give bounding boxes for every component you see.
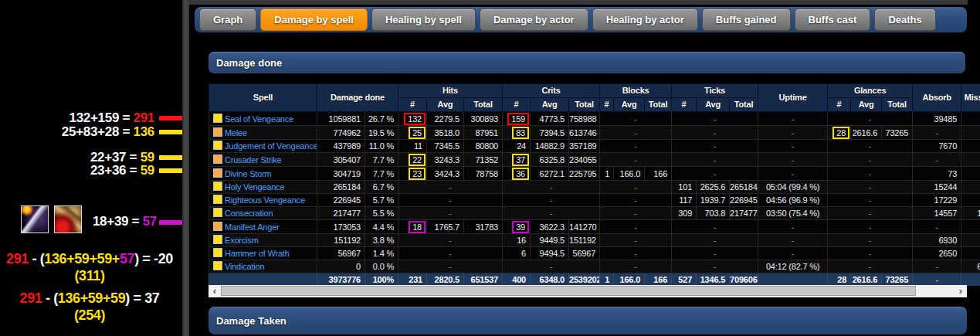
tab-damage-by-spell[interactable]: Damage by spell bbox=[260, 8, 368, 31]
highlight-box-magenta: 18 bbox=[409, 221, 426, 233]
cell-count: 1 bbox=[600, 273, 614, 286]
cell-absorb: - bbox=[913, 220, 961, 234]
column-header-damage-done: Damage done bbox=[317, 84, 398, 112]
spell-link[interactable]: Seal of Vengeance bbox=[225, 114, 293, 124]
spell-color-icon bbox=[213, 208, 222, 217]
cell-group-empty: - bbox=[828, 153, 913, 167]
cell-total: 78758 bbox=[464, 167, 503, 181]
spell-link[interactable]: Vindication bbox=[225, 262, 264, 271]
cell-count: 24 bbox=[503, 140, 531, 153]
cell-spell: Holy Vengeance bbox=[209, 181, 317, 194]
tab-buffs-gained[interactable]: Buffs gained bbox=[702, 8, 791, 31]
cell-spell: Divine Storm bbox=[209, 167, 317, 181]
cell-count: 28 bbox=[828, 126, 851, 140]
cell-count: 132 bbox=[398, 112, 427, 126]
cell-percent: 5.5 % bbox=[365, 207, 398, 220]
subcolumn-total: Total bbox=[730, 98, 758, 112]
spell-link[interactable]: Manifest Anger bbox=[225, 222, 280, 232]
cell-group-empty: - bbox=[828, 181, 913, 194]
column-group-glances: Glances bbox=[828, 84, 913, 98]
cell-group-empty: - bbox=[672, 112, 758, 126]
scroll-left-button[interactable]: ‹ bbox=[209, 285, 221, 297]
cell-avg: 3622.3 bbox=[531, 220, 569, 234]
cell-group-empty: - bbox=[672, 234, 758, 247]
tab-damage-by-actor[interactable]: Damage by actor bbox=[480, 8, 588, 31]
table-row: Seal of Vengeance105988126.7 %1322279.53… bbox=[209, 112, 980, 126]
annotation-text: - ( bbox=[29, 251, 44, 266]
annotation-text: 136+59+59+ bbox=[44, 251, 120, 266]
cell-percent: 3.8 % bbox=[365, 234, 398, 247]
formula-result: (311) bbox=[0, 267, 179, 284]
cell-group-empty: - bbox=[398, 260, 503, 273]
column-group-ticks: Ticks bbox=[672, 84, 758, 98]
column-group-hits: Hits bbox=[398, 84, 503, 98]
window-edge-strip bbox=[182, 0, 189, 336]
tab-buffs-cast[interactable]: Buffs cast bbox=[795, 8, 871, 31]
cell-absorb: 39485 bbox=[913, 112, 961, 126]
cell-uptime: - bbox=[758, 153, 828, 167]
cell-avg: 703.8 bbox=[697, 207, 730, 220]
spell-link[interactable]: Consecration bbox=[225, 209, 273, 218]
cell-damage: 437989 bbox=[317, 140, 365, 153]
annotation-text: ) = -20 bbox=[134, 251, 173, 266]
tab-bar: GraphDamage by spellHealing by spellDama… bbox=[195, 7, 967, 32]
cell-miss bbox=[961, 194, 980, 207]
cell-avg: 6348.0 bbox=[531, 273, 569, 286]
spell-link[interactable]: Judgement of Vengeance bbox=[225, 141, 317, 151]
cell-group-empty: - bbox=[672, 126, 758, 140]
cell-count: 83 bbox=[503, 126, 531, 140]
cell-miss bbox=[961, 234, 980, 247]
column-header-spell: Spell bbox=[209, 84, 317, 112]
tab-healing-by-spell[interactable]: Healing by spell bbox=[371, 8, 476, 31]
spell-link[interactable]: Holy Vengeance bbox=[225, 182, 284, 192]
section-header-damage-taken[interactable]: Damage Taken bbox=[209, 307, 967, 334]
cell-spell: Exorcism bbox=[209, 234, 317, 247]
section-header-damage-done[interactable]: Damage done bbox=[209, 52, 965, 73]
cell-count: 22 bbox=[398, 153, 427, 167]
cell-miss bbox=[961, 273, 980, 286]
cell-damage: 265184 bbox=[317, 181, 365, 194]
cell-absorb: 15244 bbox=[913, 181, 961, 194]
highlight-box-magenta: 39 bbox=[512, 221, 529, 233]
subcolumn-avg: Avg bbox=[614, 98, 645, 112]
scroll-right-button[interactable]: › bbox=[955, 285, 967, 297]
cell-total: 166 bbox=[645, 273, 672, 286]
cell-group-empty: - bbox=[503, 181, 600, 194]
annotation-calc-seal: 132+159 = 291 bbox=[70, 110, 155, 126]
spell-color-icon bbox=[213, 154, 222, 164]
subcolumn-avg: Avg bbox=[427, 98, 464, 112]
cell-avg: 3518.0 bbox=[427, 126, 464, 140]
cell-spell: Hammer of Wrath bbox=[209, 247, 317, 260]
cell-miss bbox=[961, 140, 980, 153]
spell-link[interactable]: Hammer of Wrath bbox=[225, 249, 290, 258]
cell-total: 166 bbox=[645, 167, 672, 181]
cell-group-empty: - bbox=[672, 220, 758, 234]
cell-total: 758988 bbox=[569, 112, 600, 126]
highlight-box-yellow: 22 bbox=[409, 154, 426, 166]
spell-link[interactable]: Divine Storm bbox=[225, 169, 272, 178]
spell-link[interactable]: Crusader Strike bbox=[225, 155, 281, 165]
spell-link[interactable]: Melee bbox=[225, 128, 247, 137]
scrollbar-thumb[interactable] bbox=[221, 286, 916, 296]
annotation-text: 23+36 = bbox=[90, 163, 141, 178]
spell-link[interactable]: Righteous Vengeance bbox=[225, 195, 305, 205]
tab-graph[interactable]: Graph bbox=[199, 8, 256, 31]
cell-group-empty: - bbox=[828, 247, 913, 260]
cell-uptime: - bbox=[758, 220, 828, 234]
cell-spell: Judgement of Vengeance bbox=[209, 140, 317, 153]
cell-total: 300893 bbox=[464, 112, 503, 126]
annotation-text: 291 bbox=[134, 110, 154, 125]
cell-damage: 56967 bbox=[317, 247, 365, 260]
cell-total: 651537 bbox=[464, 273, 503, 286]
tab-deaths[interactable]: Deaths bbox=[874, 8, 935, 31]
cell-total: 80800 bbox=[464, 140, 503, 153]
annotation-calc-divine: 23+36 = 59 bbox=[90, 163, 154, 178]
tab-healing-by-actor[interactable]: Healing by actor bbox=[592, 8, 698, 31]
cell-avg: 1346.5 bbox=[697, 273, 730, 286]
cell-total: 56967 bbox=[569, 247, 600, 260]
spell-link[interactable]: Exorcism bbox=[225, 236, 259, 245]
cell-percent: 1.4 % bbox=[365, 247, 398, 260]
horizontal-scrollbar[interactable]: ‹ › bbox=[209, 285, 967, 297]
spell-color-icon bbox=[213, 168, 222, 178]
cell-percent: 26.7 % bbox=[365, 112, 398, 126]
